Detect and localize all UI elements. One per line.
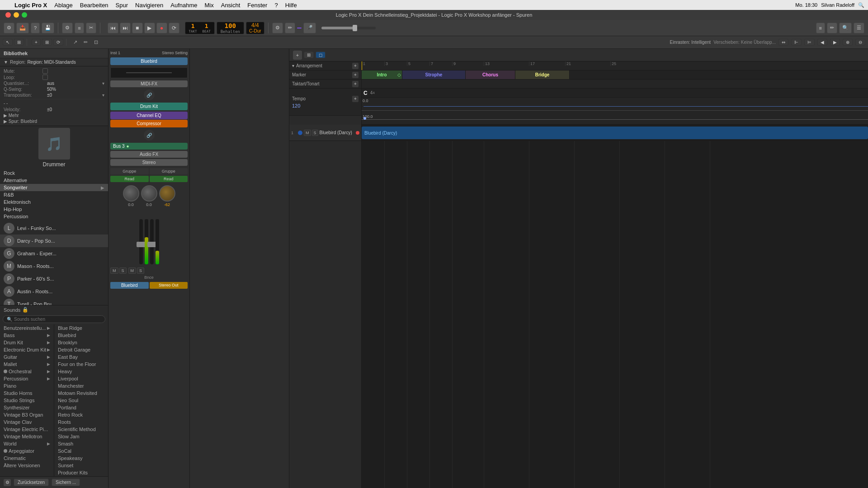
cat-orchestral[interactable]: Orchestral ▶ (0, 368, 54, 375)
rewind-button[interactable]: ⏮ (108, 23, 118, 33)
sounds-search-input[interactable] (14, 317, 101, 322)
toolbar-meta[interactable]: ☰ (854, 23, 864, 33)
time-sig-display[interactable]: 4/4 C-Dur (246, 22, 264, 34)
arr-expand[interactable]: ▾ (292, 63, 294, 68)
nudge-left[interactable]: ◀ (817, 39, 827, 46)
quantize-arrow[interactable]: ▾ (102, 81, 104, 86)
search-icon[interactable]: 🔍 (858, 2, 864, 8)
cat-world[interactable]: World ▶ (0, 440, 54, 447)
kit-neo-soul[interactable]: Neo Soul (54, 397, 108, 404)
genre-percussion-top[interactable]: Percussion (0, 213, 108, 220)
app-name[interactable]: Logic Pro X (14, 2, 47, 9)
toolbar-icon4[interactable]: 💾 (42, 23, 54, 33)
pan-knob3[interactable] (159, 185, 175, 202)
marquee-tool[interactable]: ⊡ (92, 38, 100, 46)
marker-intro[interactable]: Intro ◇ (362, 70, 402, 79)
menu-aufnahme[interactable]: Aufnahme (170, 2, 197, 9)
solo-btn2[interactable]: S (137, 267, 144, 274)
fader1-thumb[interactable] (137, 242, 146, 247)
add-tempo-btn[interactable]: + (352, 96, 359, 102)
drummer-tyrell[interactable]: T Tyrell - Pop Bru... (0, 298, 108, 305)
cat-drumkit[interactable]: Drum Kit ▶ (0, 339, 54, 346)
record-button[interactable]: ● (156, 23, 167, 33)
list-btn[interactable]: ◻ (316, 52, 326, 58)
save-button[interactable]: Sichern ... (52, 479, 80, 486)
marker-bridge[interactable]: Bridge (515, 70, 570, 79)
align-left[interactable]: ⊩ (791, 39, 802, 46)
kit-bluebird[interactable]: Bluebird (54, 332, 108, 339)
kit-producer[interactable]: Producer Kits (54, 469, 108, 476)
kit-manchester[interactable]: Manchester (54, 382, 108, 389)
loop-checkbox[interactable] (42, 75, 48, 80)
cat-piano[interactable]: Piano (0, 382, 54, 389)
kit-slow-jam[interactable]: Slow Jam (54, 433, 108, 440)
pointer-tool[interactable]: ↖ (3, 39, 13, 46)
strip2-name[interactable]: Stereo Out (150, 282, 188, 289)
menu-spur[interactable]: Spur (116, 2, 128, 9)
kit-detroit[interactable]: Detroit Garage (54, 346, 108, 353)
cat-synthesizer[interactable]: Synthesizer (0, 404, 54, 411)
kit-retro-rock[interactable]: Retro Rock (54, 411, 108, 418)
window-close[interactable] (5, 12, 11, 18)
zoom-in[interactable]: ⊕ (843, 39, 853, 46)
reset-button[interactable]: Zurücksetzen (14, 479, 49, 486)
menu-ansicht[interactable]: Ansicht (221, 2, 241, 9)
genre-songwriter[interactable]: Songwriter ▶ (0, 184, 108, 191)
solo-btn1[interactable]: S (119, 267, 127, 274)
grid-view-btn[interactable]: ⊞ (304, 52, 314, 58)
menu-mix[interactable]: Mix (205, 2, 214, 9)
cat-studio-strings[interactable]: Studio Strings (0, 397, 54, 404)
gruppe-btn1[interactable]: Gruppe (110, 168, 149, 174)
kit-blue-ridge[interactable]: Blue Ridge (54, 324, 108, 332)
zoom-out[interactable]: ⊖ (855, 39, 865, 46)
genre-alternative[interactable]: Alternative (0, 177, 108, 184)
genre-elektronisch[interactable]: Elektronisch (0, 198, 108, 206)
cat-mallet[interactable]: Mallet ▶ (0, 361, 54, 368)
mute-btn2[interactable]: M (128, 267, 137, 274)
add-marker-btn[interactable]: + (352, 72, 359, 78)
toolbar-scissors[interactable]: ✂ (86, 23, 96, 33)
drummer-mason[interactable]: M Mason - Roots... (0, 260, 108, 272)
volume-fader[interactable] (353, 25, 357, 31)
midi-fx-btn[interactable]: MIDI-FX (110, 80, 188, 87)
drummer-darcy[interactable]: D Darcy - Pop So... (0, 235, 108, 247)
cat-arpeggiator[interactable]: Arpeggiator (0, 447, 54, 455)
pan-knob2[interactable] (141, 185, 157, 202)
toolbar-icon2[interactable]: 📥 (16, 23, 29, 33)
kit-speakeasy[interactable]: Speakeasy (54, 455, 108, 462)
menu-ablage[interactable]: Ablage (54, 2, 72, 9)
cat-percussion[interactable]: Percussion ▶ (0, 375, 54, 382)
fast-forward-button[interactable]: ⏭ (120, 23, 131, 33)
marker-chorus[interactable]: Chorus (466, 70, 515, 79)
toolbar-settings[interactable]: ⚙ (62, 23, 73, 33)
drummer-region[interactable]: Bluebird (Darcy) (362, 127, 868, 139)
toolbar-control1[interactable]: ⚙ (272, 23, 283, 33)
stop-button[interactable]: ■ (132, 23, 143, 33)
add-track-btn[interactable]: + (32, 39, 41, 46)
tempo-node1[interactable] (363, 117, 366, 120)
kit-roots[interactable]: Roots (54, 418, 108, 426)
menu-fenster[interactable]: Fenster (247, 2, 267, 9)
read-btn2[interactable]: Read (150, 176, 188, 182)
kit-liverpool[interactable]: Liverpool (54, 375, 108, 382)
cat-vintage-b3[interactable]: Vintage B3 Organ (0, 411, 54, 418)
drummer-levi[interactable]: L Levi - Funky So... (0, 222, 108, 235)
plugin-drum-kit[interactable]: Drum Kit (110, 103, 188, 110)
cat-benutzer[interactable]: Benutzereinstellu... ▶ (0, 324, 54, 332)
strip1-name[interactable]: Bluebird (110, 282, 149, 289)
cursor-tool[interactable]: ↗ (71, 38, 80, 46)
mute-btn1[interactable]: M (110, 267, 118, 274)
loop-btn[interactable]: ⟳ (53, 39, 63, 46)
menu-hilfe[interactable]: Hilfe (285, 2, 297, 9)
plugin-bluebird[interactable]: Bluebird (110, 57, 188, 65)
cat-altere[interactable]: Ältere Versionen (0, 462, 54, 469)
tempo-display[interactable]: 100 Behalten (217, 22, 244, 34)
toolbar-mic[interactable]: 🎤 (303, 23, 316, 33)
bus3-btn[interactable]: Bus 3 ● (110, 143, 188, 150)
read-btn1[interactable]: Read (110, 176, 149, 182)
kit-brooklyn[interactable]: Brooklyn (54, 339, 108, 346)
genre-rb[interactable]: R&B (0, 191, 108, 198)
kit-heavy[interactable]: Heavy (54, 368, 108, 375)
pan-knob1[interactable] (123, 185, 139, 202)
align-center[interactable]: ⊨ (804, 39, 815, 46)
